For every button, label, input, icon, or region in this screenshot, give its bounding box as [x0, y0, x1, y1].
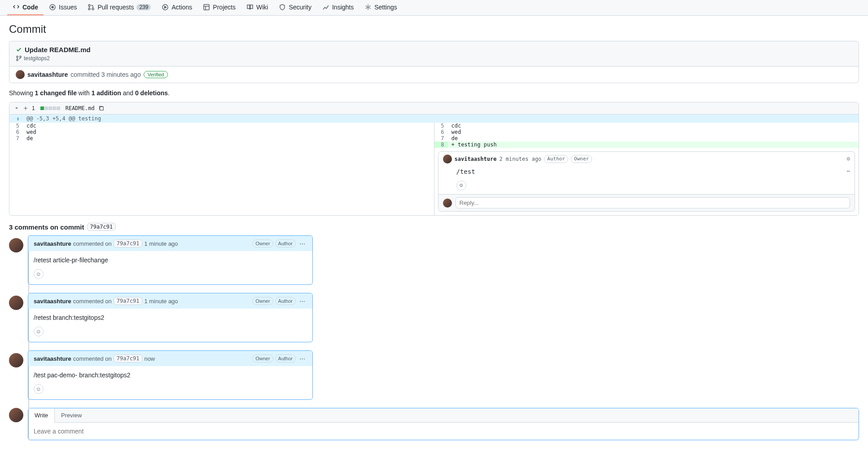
- verified-badge[interactable]: Verified: [144, 71, 168, 78]
- comment-body: /test: [438, 166, 480, 179]
- role-badge: Owner: [571, 155, 592, 163]
- graph-icon: [322, 4, 329, 11]
- avatar[interactable]: [16, 70, 25, 79]
- avatar[interactable]: [9, 238, 23, 252]
- diffstat-summary: Showing 1 changed file with 1 addition a…: [9, 89, 859, 97]
- commit-time: committed 3 minutes ago: [70, 71, 140, 78]
- kebab-icon[interactable]: ⋯: [298, 240, 307, 247]
- file-name[interactable]: README.md: [66, 105, 95, 111]
- tab-pulls-label: Pull requests: [97, 4, 134, 11]
- comment-author[interactable]: savitaashture: [455, 156, 497, 162]
- svg-point-2: [88, 4, 90, 6]
- comment-body: /test pac-demo- branch:testgitops2: [28, 366, 312, 384]
- tab-pulls[interactable]: Pull requests 239: [82, 0, 156, 15]
- commit-sha-link[interactable]: 79a7c91: [114, 239, 143, 248]
- commit-comment: savitaashturecommented on79a7c911 minute…: [9, 293, 859, 342]
- kebab-icon[interactable]: ⋯: [298, 355, 307, 362]
- react-button[interactable]: ☺: [34, 327, 44, 336]
- avatar[interactable]: [443, 199, 452, 208]
- tab-security[interactable]: Security: [273, 0, 317, 15]
- tab-security-label: Security: [289, 4, 311, 11]
- diff-file: 1 README.md ⇕ @@ -5,3 +5,4 @@ testing 5c…: [9, 102, 859, 216]
- diff-line[interactable]: 6wed: [434, 129, 859, 135]
- svg-point-3: [88, 8, 90, 10]
- commit-comments-timeline: savitaashturecommented on79a7c911 minute…: [9, 235, 859, 440]
- tab-issues-label: Issues: [59, 4, 77, 11]
- pulls-count: 239: [136, 4, 151, 10]
- tab-settings[interactable]: Settings: [359, 0, 403, 15]
- react-button[interactable]: ☺: [34, 269, 44, 279]
- composer-tab-write[interactable]: Write: [28, 408, 55, 423]
- comment-time: 1 minute ago: [144, 298, 178, 305]
- role-badge: Author: [275, 239, 296, 248]
- smiley-icon[interactable]: ☺: [847, 156, 850, 162]
- shield-icon: [279, 4, 286, 11]
- role-badge: Owner: [252, 354, 273, 363]
- commit-title-text: Update README.md: [25, 46, 91, 53]
- pr-icon: [88, 4, 95, 11]
- diff-line[interactable]: 5cdc: [9, 123, 434, 129]
- diff-line[interactable]: 7de: [9, 135, 434, 142]
- comment-author[interactable]: savitaashture: [34, 298, 71, 305]
- avatar[interactable]: [443, 155, 452, 164]
- diff-line[interactable]: 5cdc: [434, 123, 859, 129]
- comment-author[interactable]: savitaashture: [34, 240, 71, 247]
- comment-composer: Write Preview: [28, 408, 859, 440]
- diff-line[interactable]: 6wed: [9, 129, 434, 135]
- issue-icon: [49, 4, 56, 11]
- expand-icon[interactable]: [23, 106, 28, 111]
- comment-time: 1 minute ago: [144, 240, 178, 247]
- avatar[interactable]: [9, 296, 23, 310]
- code-icon: [13, 4, 20, 11]
- tab-actions[interactable]: Actions: [156, 0, 197, 15]
- gear-icon: [364, 4, 372, 11]
- svg-point-8: [17, 56, 18, 58]
- kebab-icon[interactable]: ⋯: [842, 166, 855, 176]
- svg-rect-6: [204, 4, 209, 10]
- role-badge: Author: [275, 354, 296, 363]
- commit-sha[interactable]: 79a7c91: [87, 223, 116, 231]
- commit-sha-link[interactable]: 79a7c91: [114, 297, 143, 305]
- role-badge: Author: [275, 297, 296, 305]
- react-button[interactable]: ☺: [456, 181, 466, 190]
- file-change-count: 1: [32, 105, 35, 111]
- chevron-down-icon[interactable]: [14, 106, 19, 111]
- avatar[interactable]: [9, 408, 23, 422]
- commit-comment: savitaashturecommented on79a7c91nowOwner…: [9, 350, 859, 400]
- diff-line[interactable]: 8+ testing push: [434, 142, 859, 148]
- commit-branch-name[interactable]: testgitops2: [24, 55, 50, 62]
- commit-sha-link[interactable]: 79a7c91: [114, 354, 143, 363]
- role-badge: Owner: [252, 297, 273, 305]
- tab-insights[interactable]: Insights: [317, 0, 359, 15]
- avatar[interactable]: [9, 353, 23, 367]
- comment-time: 2 minutes ago: [499, 156, 541, 162]
- commit-summary: Update README.md testgitops2 savitaashtu…: [9, 41, 859, 83]
- tab-insights-label: Insights: [332, 4, 354, 11]
- kebab-icon[interactable]: ⋯: [298, 298, 307, 305]
- comment-author[interactable]: savitaashture: [34, 355, 71, 362]
- check-icon: [16, 47, 22, 53]
- book-icon: [246, 4, 254, 11]
- tab-wiki-label: Wiki: [256, 4, 268, 11]
- react-button[interactable]: ☺: [34, 384, 44, 394]
- composer-tab-preview[interactable]: Preview: [55, 408, 88, 422]
- diff-line[interactable]: 7de: [434, 135, 859, 142]
- svg-point-7: [367, 6, 369, 8]
- tab-actions-label: Actions: [171, 4, 192, 11]
- diffstat-blocks: [40, 106, 60, 110]
- comments-heading: 3 comments on commit 79a7c91: [9, 223, 859, 231]
- tab-code[interactable]: Code: [7, 0, 44, 15]
- tab-projects[interactable]: Projects: [197, 0, 241, 15]
- tab-issues[interactable]: Issues: [44, 0, 82, 15]
- repo-tabnav: Code Issues Pull requests 239 Actions Pr…: [0, 0, 868, 16]
- copy-icon[interactable]: [98, 105, 105, 111]
- commit-author[interactable]: savitaashture: [27, 71, 68, 78]
- comment-time: now: [144, 355, 155, 362]
- play-icon: [162, 4, 169, 11]
- unfold-icon[interactable]: ⇕: [13, 115, 23, 122]
- hunk-header: ⇕ @@ -5,3 +5,4 @@ testing: [9, 115, 859, 123]
- diff-right: 5cdc6wed7de8+ testing pushsavitaashture2…: [434, 123, 859, 215]
- tab-wiki[interactable]: Wiki: [241, 0, 273, 15]
- comment-input[interactable]: [33, 427, 854, 435]
- reply-input[interactable]: [456, 197, 850, 208]
